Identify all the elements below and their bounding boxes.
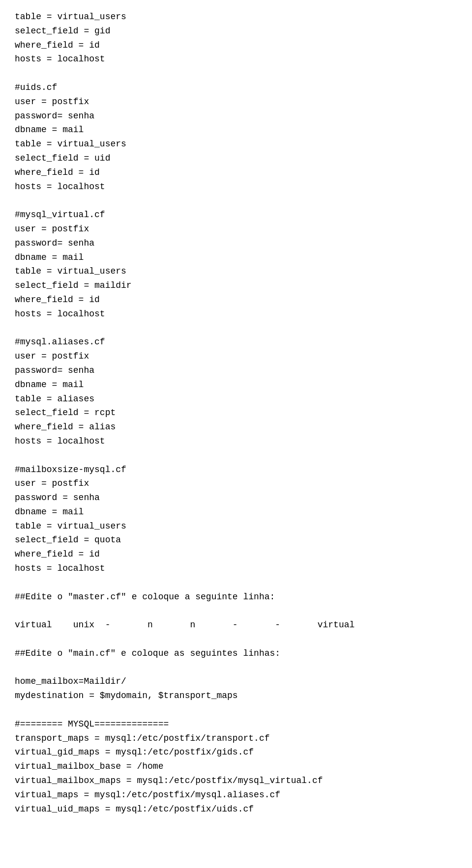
code-content: table = virtual_users select_field = gid…	[15, 10, 457, 816]
